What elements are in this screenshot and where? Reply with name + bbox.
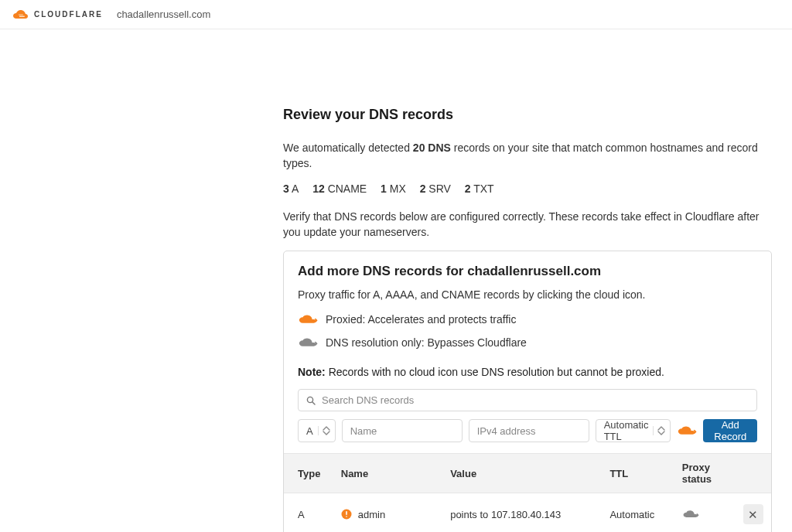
cloud-orange-icon xyxy=(677,425,697,437)
legend-dnsonly: DNS resolution only: Bypasses Cloudflare xyxy=(298,336,757,349)
cell-actions: ✕ xyxy=(736,493,771,532)
cloudflare-icon xyxy=(12,9,29,20)
search-input[interactable] xyxy=(316,394,749,407)
count-cname-t: CNAME xyxy=(328,182,367,195)
add-type-value: A xyxy=(306,425,313,437)
search-icon xyxy=(306,396,316,405)
th-proxy: Proxy status xyxy=(674,454,736,493)
main-column: Review your DNS records We automatically… xyxy=(283,29,772,532)
th-actions xyxy=(736,454,771,493)
chevron-down-icon xyxy=(323,431,330,435)
delete-record-button[interactable]: ✕ xyxy=(743,504,763,524)
alert-icon xyxy=(341,509,352,520)
th-ttl: TTL xyxy=(602,454,674,493)
close-icon: ✕ xyxy=(748,509,758,520)
records-table: Type Name Value TTL Proxy status Aadminp… xyxy=(284,453,771,532)
add-proxy-toggle[interactable] xyxy=(677,425,697,437)
count-mx-t: MX xyxy=(390,182,406,195)
th-value: Value xyxy=(442,454,602,493)
verify-text: Verify that DNS records below are config… xyxy=(283,209,772,240)
count-txt-n: 2 xyxy=(465,182,471,195)
page-title: Review your DNS records xyxy=(283,107,772,123)
legend-proxied: Proxied: Accelerates and protects traffi… xyxy=(298,313,757,326)
note-body: Records with no cloud icon use DNS resol… xyxy=(326,366,664,378)
count-srv-n: 2 xyxy=(420,182,426,195)
legend-dnsonly-label: DNS resolution only: Bypasses Cloudflare xyxy=(326,336,527,349)
cloud-gray-icon xyxy=(298,336,318,349)
record-type-counts: 3 A 12 CNAME 1 MX 2 SRV 2 TXT xyxy=(283,182,772,195)
add-record-row: A Automatic TTL xyxy=(298,419,757,442)
count-txt-t: TXT xyxy=(473,182,493,195)
cell-name: admin xyxy=(333,493,442,532)
cell-name-text: admin xyxy=(358,509,385,520)
add-ttl-value: Automatic TTL xyxy=(604,419,649,442)
top-bar: CLOUDFLARE chadallenrussell.com xyxy=(0,0,792,29)
cell-value: points to 107.180.40.143 xyxy=(442,493,602,532)
card-desc: Proxy traffic for A, AAAA, and CNAME rec… xyxy=(298,287,757,302)
add-name-input[interactable] xyxy=(342,419,463,442)
add-type-select[interactable]: A xyxy=(298,419,336,442)
intro-count: 20 DNS xyxy=(413,142,451,154)
dns-card: Add more DNS records for chadallenrussel… xyxy=(283,251,772,532)
note-text: Note: Records with no cloud icon use DNS… xyxy=(298,366,757,378)
count-a-n: 3 xyxy=(283,182,289,195)
cloud-orange-icon xyxy=(298,313,318,326)
count-cname-n: 12 xyxy=(312,182,325,195)
intro-text: We automatically detected 20 DNS records… xyxy=(283,140,772,172)
th-name: Name xyxy=(333,454,442,493)
current-domain[interactable]: chadallenrussell.com xyxy=(117,9,210,20)
cell-ttl: Automatic xyxy=(602,493,674,532)
card-title: Add more DNS records for chadallenrussel… xyxy=(298,264,757,279)
th-type: Type xyxy=(284,454,333,493)
count-a-t: A xyxy=(292,182,299,195)
table-header-row: Type Name Value TTL Proxy status xyxy=(284,454,771,493)
legend-proxied-label: Proxied: Accelerates and protects traffi… xyxy=(326,313,516,326)
search-wrap[interactable] xyxy=(298,389,757,411)
intro-before: We automatically detected xyxy=(283,142,413,154)
add-record-button[interactable]: Add Record xyxy=(703,419,757,442)
chevron-down-icon xyxy=(657,431,665,435)
cloud-gray-icon xyxy=(682,509,699,520)
count-srv-t: SRV xyxy=(428,182,451,195)
note-label: Note: xyxy=(298,366,326,378)
cell-proxy[interactable] xyxy=(674,493,736,532)
count-mx-n: 1 xyxy=(381,182,387,195)
add-ttl-select[interactable]: Automatic TTL xyxy=(596,419,671,442)
table-row[interactable]: Aadminpoints to 107.180.40.143Automatic✕ xyxy=(284,493,771,532)
add-value-input[interactable] xyxy=(469,419,589,442)
brand-logo[interactable]: CLOUDFLARE xyxy=(12,9,103,20)
cell-type: A xyxy=(284,493,333,532)
brand-name: CLOUDFLARE xyxy=(34,10,103,19)
